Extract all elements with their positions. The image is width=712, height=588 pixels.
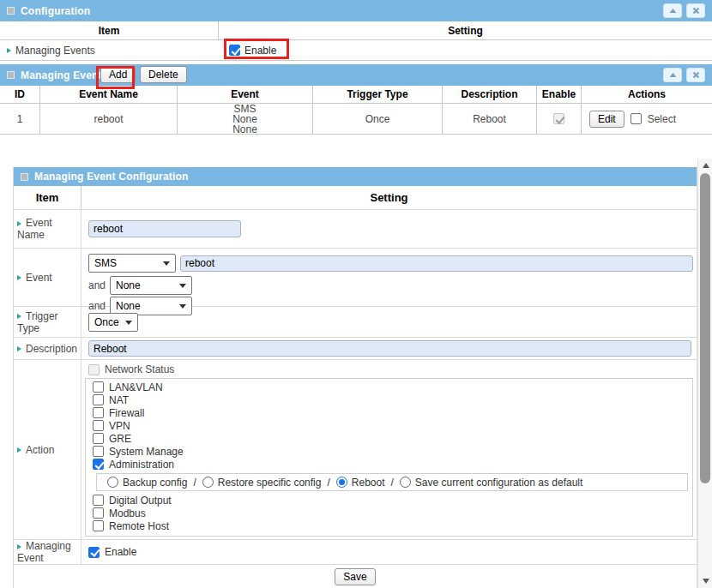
lan-vlan-checkbox[interactable] <box>93 381 104 393</box>
system-manage-label: System Manage <box>109 446 184 458</box>
vertical-scrollbar[interactable] <box>697 159 712 588</box>
config-scroll-region: Managing Event Configuration Item Settin… <box>0 159 712 588</box>
managing-event-enable-checkbox[interactable] <box>88 547 100 558</box>
cell-actions: Edit Select <box>582 104 712 134</box>
description-input[interactable] <box>88 340 691 357</box>
action-label: Action <box>26 444 54 456</box>
row-select-checkbox[interactable] <box>631 113 642 124</box>
bullet-arrow-icon <box>17 275 21 280</box>
panel-title: Managing Event Configuration <box>34 171 189 183</box>
chevron-down-icon <box>179 284 186 288</box>
system-manage-checkbox[interactable] <box>93 446 104 457</box>
radio-reboot[interactable] <box>336 477 347 488</box>
radio-restore-specific-config[interactable] <box>202 477 214 488</box>
cell-event-name: reboot <box>40 104 178 134</box>
bullet-arrow-icon <box>17 221 21 226</box>
modbus-label: Modbus <box>109 507 146 519</box>
save-button[interactable]: Save <box>335 568 375 585</box>
panel-title: Configuration <box>21 5 90 17</box>
column-id: ID <box>0 86 40 103</box>
radio-save-default[interactable] <box>400 477 411 488</box>
cell-event: SMS None None <box>178 104 313 134</box>
column-item: Item <box>0 21 219 39</box>
scroll-up-icon <box>703 163 709 168</box>
table-row: 1 reboot SMS None None Once Reboot Edit … <box>0 104 712 135</box>
restore-config-label: Restore specific config <box>218 477 322 489</box>
panel-configuration-header: Configuration <box>0 0 712 21</box>
managing-event-label: Managing Event <box>17 540 71 564</box>
trigger-type-select[interactable]: Once <box>88 313 138 332</box>
cell-trigger-type: Once <box>313 104 443 134</box>
description-label: Description <box>26 343 77 355</box>
event-name-row: Event Name <box>14 210 697 249</box>
vpn-label: VPN <box>109 420 130 432</box>
close-button[interactable] <box>686 68 705 82</box>
lan-vlan-label: LAN&VLAN <box>109 381 163 393</box>
collapse-button[interactable] <box>663 68 682 82</box>
cell-enable <box>537 104 582 134</box>
event-type-select[interactable]: SMS <box>88 254 176 273</box>
bullet-arrow-icon <box>17 544 21 549</box>
column-setting: Setting <box>81 186 697 209</box>
cell-id: 1 <box>0 104 40 134</box>
network-status-label: Network Status <box>105 363 174 375</box>
scrollbar-thumb[interactable] <box>700 173 710 483</box>
action-group-box: LAN&VLAN NAT Firewall VPN GRE System Man… <box>85 378 693 537</box>
administration-options-box: Backup config / Restore specific config … <box>96 473 688 491</box>
firewall-label: Firewall <box>109 407 144 419</box>
event-name-input[interactable] <box>88 220 241 237</box>
chevron-down-icon <box>125 321 132 325</box>
modbus-checkbox[interactable] <box>93 507 104 519</box>
delete-button[interactable]: Delete <box>140 66 187 83</box>
edit-button[interactable]: Edit <box>589 111 625 128</box>
separator: / <box>193 477 196 489</box>
panel-event-list-header: Managing Event List Add Delete <box>0 64 712 86</box>
digital-output-label: Digital Output <box>109 495 172 507</box>
select-label: Select <box>648 113 676 125</box>
network-status-checkbox <box>88 364 100 375</box>
collapse-icon <box>669 72 677 78</box>
backup-config-label: Backup config <box>123 477 187 489</box>
firewall-checkbox[interactable] <box>93 407 104 418</box>
close-button[interactable] <box>686 3 705 18</box>
managing-events-enable-checkbox[interactable] <box>229 45 240 56</box>
scroll-up-button[interactable] <box>698 159 712 172</box>
column-enable: Enable <box>537 86 582 103</box>
event-condition-3: None <box>232 124 257 135</box>
event-value-input[interactable] <box>180 255 693 272</box>
panel-event-configuration-header: Managing Event Configuration <box>14 167 697 186</box>
radio-backup-config[interactable] <box>107 477 118 488</box>
panel-icon <box>7 7 15 15</box>
managing-event-row: Managing Event Enable <box>14 540 697 565</box>
add-button[interactable]: Add <box>100 66 136 83</box>
close-icon <box>692 7 700 15</box>
bullet-arrow-icon <box>17 346 21 351</box>
bullet-arrow-icon <box>7 48 11 53</box>
reboot-label: Reboot <box>352 477 385 489</box>
remote-host-checkbox[interactable] <box>93 520 104 531</box>
panel-event-configuration: Managing Event Configuration Item Settin… <box>13 167 697 588</box>
screen: Configuration Item Setting Managing Even… <box>0 0 712 588</box>
scroll-down-button[interactable] <box>698 574 712 588</box>
administration-label: Administration <box>109 459 174 471</box>
bullet-arrow-icon <box>17 447 21 453</box>
event-type2-select[interactable]: None <box>110 276 192 295</box>
separator: / <box>327 477 329 489</box>
event-condition-1: SMS <box>232 104 257 114</box>
column-description: Description <box>443 86 537 103</box>
and-label: and <box>88 279 106 291</box>
administration-checkbox[interactable] <box>93 459 104 470</box>
save-default-label: Save current configuration as default <box>415 477 582 489</box>
collapse-button[interactable] <box>663 3 682 18</box>
digital-output-checkbox[interactable] <box>93 495 104 506</box>
nat-checkbox[interactable] <box>93 394 104 405</box>
gre-checkbox[interactable] <box>93 433 104 444</box>
column-item: Item <box>14 186 81 209</box>
vpn-checkbox[interactable] <box>93 420 104 431</box>
event-condition-2: None <box>232 114 257 124</box>
close-icon <box>692 71 700 79</box>
managing-events-label: Managing Events <box>15 45 95 57</box>
event-label: Event <box>26 272 52 284</box>
action-row: Action Network Status LAN&VLAN NAT Firew… <box>14 360 697 540</box>
panel-configuration: Configuration Item Setting Managing Even… <box>0 0 712 61</box>
